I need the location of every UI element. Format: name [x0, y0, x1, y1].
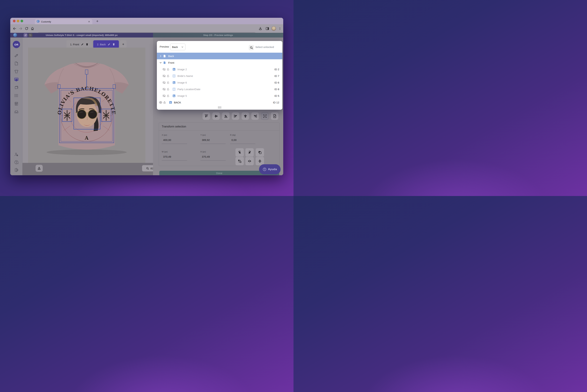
sidebar-item-designer[interactable]	[14, 77, 19, 82]
add-to-page-button[interactable]	[271, 112, 278, 120]
layer-row[interactable]: Image 6ID 6	[157, 79, 282, 86]
lock-toggle[interactable]	[167, 88, 170, 91]
forward-icon[interactable]	[17, 26, 23, 32]
layer-row[interactable]: TBride's NameID 7	[157, 72, 282, 79]
step-header: Step 2/3 - Preview settings	[153, 33, 283, 38]
visibility-toggle[interactable]	[162, 81, 166, 84]
browser-toolbar: https://app.customily.com/	[10, 24, 283, 33]
layer-group-row-front[interactable]: Front	[157, 59, 282, 66]
sidebar-item-files[interactable]	[14, 61, 19, 66]
browser-tab[interactable]: Customily	[35, 19, 92, 24]
reorder-layers-button[interactable]	[235, 157, 244, 165]
layer-group-row-back[interactable]: Back	[157, 53, 282, 59]
edit-pencil-icon[interactable]	[81, 43, 84, 46]
align-bottom-button[interactable]	[222, 112, 230, 120]
image-layer-icon	[172, 81, 176, 84]
sidebar-item-inbox[interactable]	[14, 109, 19, 114]
sidebar-item-account-settings[interactable]	[14, 152, 19, 157]
search-layers-button[interactable]	[249, 45, 254, 50]
visibility-toggle[interactable]	[162, 74, 166, 78]
undo-button[interactable]: ↺	[23, 33, 27, 37]
design-bottom-letter: A	[85, 135, 89, 141]
align-top-button[interactable]	[202, 112, 210, 120]
flip-horizontal-button[interactable]	[245, 157, 254, 165]
reload-icon[interactable]	[23, 26, 29, 32]
side-panel-icon[interactable]	[264, 26, 270, 32]
account-avatar[interactable]: OR	[13, 41, 20, 48]
redo-button[interactable]: ↻	[28, 33, 32, 37]
add-design-side-button[interactable]: +	[120, 40, 126, 48]
new-tab-button[interactable]	[95, 19, 99, 23]
layer-row[interactable]: TParty Location/DateID 8	[157, 86, 282, 92]
visibility-toggle[interactable]	[162, 94, 166, 98]
align-vertical-center-button[interactable]	[212, 112, 220, 120]
layer-row-root[interactable]: BACKID 12	[157, 99, 282, 106]
chevron-down-icon[interactable]	[159, 62, 162, 64]
download-icon[interactable]	[257, 26, 263, 32]
panel-drag-handle[interactable]	[157, 106, 282, 109]
align-left-button[interactable]	[232, 112, 239, 120]
profile-avatar[interactable]	[271, 26, 277, 32]
sidebar-item-launch[interactable]	[14, 53, 19, 58]
layer-row[interactable]: Image 2ID 2	[157, 66, 282, 72]
w-label: W (px)	[162, 151, 168, 153]
visibility-toggle[interactable]	[159, 101, 162, 104]
sidebar-item-products[interactable]	[14, 69, 19, 74]
sidebar-item-help[interactable]	[14, 160, 19, 164]
design-tab-front[interactable]: 1. Front	[66, 40, 92, 48]
transform-panel: Transform selection X (px) Y (px) R (dg)…	[159, 122, 280, 166]
rotate-left-button[interactable]	[235, 148, 244, 156]
tshirt-mockup[interactable]: OLIVIA'S BACHELORETTE	[28, 48, 145, 163]
h-input[interactable]: 370,49	[202, 155, 210, 158]
align-horizontal-center-button[interactable]	[242, 112, 249, 120]
delete-trash-icon[interactable]	[112, 43, 115, 46]
flip-vertical-button[interactable]	[256, 157, 264, 165]
layer-row[interactable]: Image 5ID 5	[157, 92, 282, 99]
select-unlocked-button[interactable]: Select unlocked	[255, 46, 274, 48]
x-label: X (px)	[162, 134, 167, 136]
help-ayuda-button[interactable]: Ayuda	[259, 164, 281, 174]
lock-toggle[interactable]	[167, 68, 170, 71]
window-close-button[interactable]	[13, 20, 15, 22]
design-tab-front-label: 1. Front	[70, 43, 79, 46]
select-area-button[interactable]	[261, 112, 269, 120]
edit-pencil-icon[interactable]	[107, 43, 110, 46]
lock-toggle[interactable]	[163, 101, 166, 104]
page-icon	[163, 61, 166, 64]
layer-id: ID 2	[274, 68, 279, 71]
rotate-right-button[interactable]	[245, 148, 254, 156]
layer-name: BACK	[174, 101, 181, 104]
home-icon[interactable]	[29, 26, 35, 32]
preview-side-value: Back	[172, 46, 178, 48]
sidebar-item-store[interactable]	[14, 101, 19, 106]
back-icon[interactable]	[12, 26, 17, 32]
tab-close-icon[interactable]	[87, 20, 91, 23]
y-label: Y (px)	[200, 134, 206, 136]
preview-side-select[interactable]: Back	[170, 44, 185, 50]
window-zoom-button[interactable]	[20, 20, 23, 22]
download-design-button[interactable]	[35, 165, 43, 172]
browser-menu-icon[interactable]	[277, 26, 283, 32]
lock-toggle[interactable]	[167, 94, 170, 97]
duplicate-button[interactable]	[256, 148, 264, 156]
sidebar-item-templates[interactable]	[14, 85, 19, 90]
lock-toggle[interactable]	[167, 81, 170, 84]
sidebar-item-logout[interactable]	[14, 168, 19, 172]
window-minimize-button[interactable]	[17, 20, 19, 22]
visibility-toggle[interactable]	[162, 88, 166, 91]
y-input[interactable]: 389,92	[202, 138, 210, 142]
design-tab-back[interactable]: 2. Back	[93, 40, 119, 48]
visibility-off-icon	[162, 74, 166, 78]
design-canvas-pane: 1. Front 2. Back +	[22, 38, 153, 175]
x-input[interactable]: 400,00	[163, 138, 171, 142]
align-right-button[interactable]	[251, 112, 259, 120]
chevron-right-icon[interactable]	[159, 55, 162, 57]
sidebar-item-list[interactable]	[14, 93, 19, 98]
r-input[interactable]: 0,00	[231, 138, 236, 142]
delete-trash-icon[interactable]	[85, 43, 88, 46]
layers-panel-header: Preview Back Select unlocked	[157, 41, 282, 53]
w-input[interactable]: 370,49	[163, 155, 171, 158]
visibility-toggle[interactable]	[162, 68, 166, 71]
lock-toggle[interactable]	[167, 74, 170, 78]
chevron-right-icon	[159, 55, 162, 57]
